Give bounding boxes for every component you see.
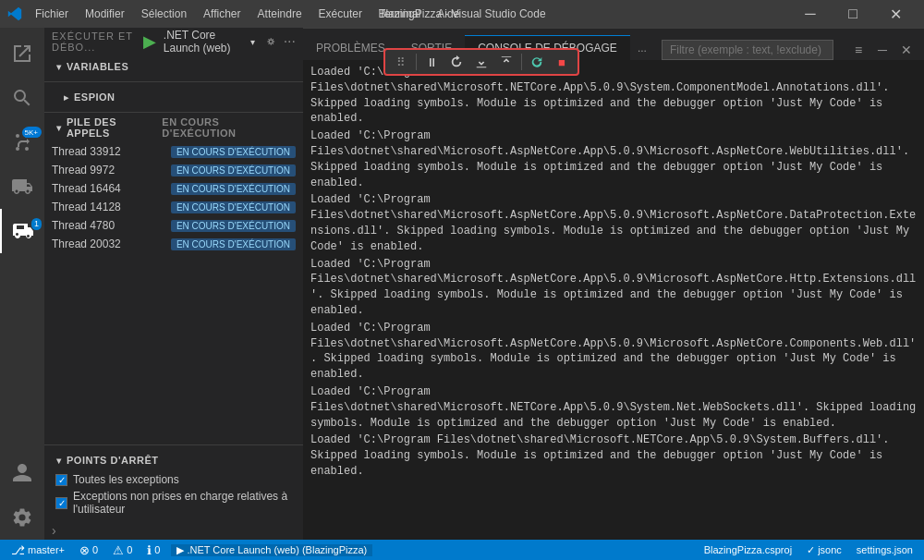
callstack-item[interactable]: Thread 9972 EN COURS D'EXÉCUTION — [44, 161, 303, 179]
variables-label: VARIABLES — [67, 61, 128, 72]
info-icon: ℹ — [147, 543, 152, 557]
activity-settings[interactable] — [0, 495, 44, 540]
callstack-item[interactable]: Thread 16464 EN COURS D'EXÉCUTION — [44, 179, 303, 198]
variables-section: ▾ VARIABLES — [44, 55, 303, 81]
close-button[interactable]: ✕ — [874, 0, 917, 28]
callstack-item[interactable]: Thread 33912 EN COURS D'EXÉCUTION — [44, 142, 303, 161]
breakpoints-items: Toutes les exceptions Exceptions non pri… — [44, 471, 303, 517]
breakpoint-label: Toutes les exceptions — [73, 473, 179, 486]
run-start-button[interactable]: ▶ — [143, 31, 156, 52]
espion-label: ESPION — [74, 91, 116, 103]
main-layout: 5K+ 1 EXÉCUTER ET DÉBO... ▶ .NET Core La… — [0, 28, 924, 540]
breakpoint-item[interactable]: Exceptions non prises en charge relative… — [44, 488, 303, 517]
menu-afficher[interactable]: Afficher — [196, 6, 248, 22]
maximize-button[interactable]: □ — [832, 0, 874, 28]
warning-icon: ⚠ — [113, 543, 124, 557]
debug-output: Loaded 'C:\Program Files\dotnet\shared\M… — [303, 60, 924, 540]
callstack-col-label: EN COURS D'EXÉCUTION — [162, 116, 296, 139]
activity-source-control[interactable]: 5K+ — [0, 120, 44, 164]
debug-step-into-button[interactable] — [469, 50, 493, 74]
activity-explorer[interactable] — [0, 31, 44, 76]
callstack-item[interactable]: Thread 14128 EN COURS D'EXÉCUTION — [44, 198, 303, 216]
callstack-item[interactable]: Thread 4780 EN COURS D'EXÉCUTION — [44, 216, 303, 235]
debug-output-line: Loaded 'C:\Program Files\dotnet\shared\M… — [310, 432, 917, 480]
debug-output-line: Loaded 'C:\Program Files\dotnet\shared\M… — [310, 256, 917, 320]
status-errors[interactable]: ⊗ 0 — [76, 543, 102, 557]
activity-account[interactable] — [0, 451, 44, 495]
breakpoints-chevron: ▾ — [52, 453, 67, 468]
menu-atteindre[interactable]: Atteindre — [250, 6, 310, 22]
thread-name: Thread 20032 — [52, 237, 121, 250]
run-config-name: .NET Core Launch (web) — [164, 29, 243, 55]
thread-status: EN COURS D'EXÉCUTION — [171, 164, 296, 177]
run-more-icon[interactable]: ··· — [284, 33, 296, 50]
activity-extensions[interactable] — [0, 164, 44, 209]
branch-label: master+ — [28, 544, 65, 555]
activity-search[interactable] — [0, 76, 44, 120]
thread-status: EN COURS D'EXÉCUTION — [171, 183, 296, 195]
menu-modifier[interactable]: Modifier — [78, 6, 132, 22]
minimize-button[interactable]: ─ — [789, 0, 832, 28]
run-debug-label: EXÉCUTER ET DÉBO... — [52, 30, 136, 53]
activity-bar: 5K+ 1 — [0, 28, 44, 540]
debug-step-out-button[interactable] — [494, 50, 518, 74]
menu-selection[interactable]: Sélection — [134, 6, 194, 22]
menu-executer[interactable]: Exécuter — [311, 6, 370, 22]
status-file[interactable]: settings.json — [853, 544, 917, 555]
panel-list-view-button[interactable]: ≡ — [848, 40, 869, 60]
espion-section: ▸ ESPION — [44, 81, 303, 112]
breakpoint-checkbox[interactable] — [55, 474, 67, 486]
status-warnings[interactable]: ⚠ 0 — [109, 543, 136, 557]
activity-debug[interactable]: 1 — [0, 209, 44, 253]
thread-status: EN COURS D'EXÉCUTION — [171, 220, 296, 232]
debug-output-line: Loaded 'C:\Program Files\dotnet\shared\M… — [310, 383, 917, 432]
status-language[interactable]: ✓ jsonc — [803, 544, 845, 556]
status-info[interactable]: ℹ 0 — [143, 543, 164, 557]
panel-close-button[interactable]: ✕ — [896, 40, 917, 60]
title-bar: Fichier Modifier Sélection Afficher Atte… — [0, 0, 924, 28]
thread-name: Thread 33912 — [52, 145, 121, 158]
warning-count: 0 — [127, 544, 132, 555]
thread-name: Thread 4780 — [52, 219, 115, 232]
status-branch[interactable]: ⎇ master+ — [7, 543, 68, 557]
thread-name: Thread 9972 — [52, 164, 115, 177]
debug-restart-button[interactable] — [525, 50, 549, 74]
debug-badge: 1 — [31, 218, 42, 230]
run-config-arrow[interactable]: ▾ — [250, 37, 255, 47]
callstack-threads: Thread 33912 EN COURS D'EXÉCUTIONThread … — [44, 142, 303, 253]
callstack-header[interactable]: ▾ PILE DES APPELS EN COURS D'EXÉCUTION — [44, 113, 303, 142]
debug-config-label: .NET Core Launch (web) (BlazingPizza) — [187, 544, 367, 555]
run-gear-icon[interactable] — [266, 34, 275, 49]
debug-stop-button[interactable]: ■ — [550, 50, 574, 74]
sidebar-more-btn[interactable]: › — [44, 521, 303, 540]
status-debug-config[interactable]: ▶ .NET Core Launch (web) (BlazingPizza) — [171, 544, 372, 556]
tab-more-button[interactable]: ... — [630, 36, 654, 60]
variables-header[interactable]: ▾ VARIABLES — [44, 55, 303, 78]
scm-badge: 5K+ — [23, 127, 42, 138]
filter-input[interactable] — [662, 40, 833, 60]
svg-marker-0 — [8, 7, 21, 20]
project-label: BlazingPizza.csproj — [704, 544, 792, 555]
activity-bottom — [0, 451, 44, 540]
callstack-label: PILE DES APPELS — [67, 116, 162, 139]
branch-icon: ⎇ — [11, 543, 25, 557]
callstack-item[interactable]: Thread 20032 EN COURS D'EXÉCUTION — [44, 235, 303, 253]
menu-fichier[interactable]: Fichier — [28, 6, 76, 22]
error-icon: ⊗ — [79, 543, 90, 557]
vscode-logo — [7, 6, 22, 21]
debug-output-line: Loaded 'C:\Program Files\dotnet\shared\M… — [310, 128, 917, 191]
content-area: PROBLÈMES SORTIE CONSOLE DE DÉBOGAGE ...… — [303, 28, 924, 540]
breakpoints-header[interactable]: ▾ POINTS D'ARRÊT — [44, 449, 303, 471]
file-label: settings.json — [857, 544, 913, 555]
debug-step-over-button[interactable] — [444, 50, 468, 74]
error-count: 0 — [92, 544, 98, 555]
info-count: 0 — [154, 544, 160, 555]
debug-sidebar: EXÉCUTER ET DÉBO... ▶ .NET Core Launch (… — [44, 28, 303, 540]
breakpoint-item[interactable]: Toutes les exceptions — [44, 471, 303, 488]
debug-drag-handle: ⠿ — [389, 50, 413, 74]
breakpoint-checkbox[interactable] — [55, 497, 67, 509]
debug-pause-button[interactable]: ⏸ — [419, 50, 444, 74]
status-project[interactable]: BlazingPizza.csproj — [700, 544, 796, 555]
espion-header[interactable]: ▸ ESPION — [52, 86, 296, 108]
panel-minimize-button[interactable]: ─ — [872, 40, 893, 60]
